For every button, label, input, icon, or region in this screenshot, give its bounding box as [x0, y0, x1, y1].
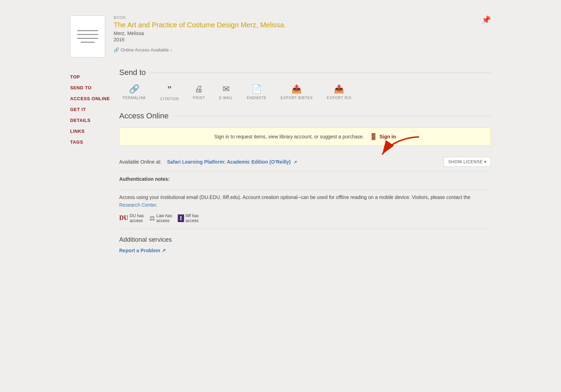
iliff-logo: I	[178, 214, 184, 222]
available-online-label: Available Online at:	[119, 159, 161, 165]
thumbnail-line	[77, 38, 98, 39]
link-icon: 🔗	[114, 47, 119, 53]
sidebar-item-send-to[interactable]: SEND TO	[70, 82, 119, 93]
pin-icon[interactable]: 📌	[481, 15, 491, 25]
book-meta: BOOK The Art and Practice of Costume Des…	[114, 15, 491, 53]
email-label: E-MAIL	[219, 96, 233, 100]
law-icon: ⚖	[149, 214, 155, 222]
main-content: Send to 🔗 PERMALINK " CITATION 🖨 PRINT	[119, 68, 491, 264]
du-access-text: DU hasaccess	[130, 213, 144, 223]
section-divider-2	[174, 116, 491, 116]
export-bibtex-label: EXPORT BIBTEX	[280, 96, 313, 100]
law-access-text: Law hasaccess	[156, 213, 172, 223]
show-license-label: SHOW LICENSE	[448, 159, 482, 164]
section-divider	[151, 73, 491, 73]
endnote-label: ENDNOTE	[247, 96, 266, 100]
book-title: The Art and Practice of Costume Design M…	[114, 21, 491, 29]
chevron-down-icon: ▾	[484, 159, 487, 164]
sidebar-nav-items: TOP SEND TO ACCESS ONLINE GET IT DETAILS…	[70, 71, 119, 147]
export-bibtex-icon: 📤	[291, 84, 302, 94]
signin-banner: Sign in to request items, view library a…	[119, 128, 491, 146]
export-ris-icon: 📤	[334, 84, 344, 94]
external-link-icon-report: ↗	[162, 248, 166, 253]
send-export-bibtex[interactable]: 📤 EXPORT BIBTEX	[280, 84, 313, 100]
badge-law: ⚖ Law hasaccess	[149, 213, 172, 223]
institution-badges: DU DU hasaccess ⚖ Law hasaccess I Iliff …	[119, 213, 491, 223]
export-ris-label: EXPORT RIS	[327, 96, 351, 100]
platform-link[interactable]: Safari Learning Platform: Academic Editi…	[167, 159, 297, 165]
online-access-link[interactable]: 🔗 Online Access Available ›	[114, 47, 172, 53]
book-type: BOOK	[114, 15, 491, 20]
permalink-icon: 🔗	[129, 84, 140, 94]
send-export-ris[interactable]: 📤 EXPORT RIS	[327, 84, 351, 100]
send-to-icons: 🔗 PERMALINK " CITATION 🖨 PRINT ✉ E-MAIL	[119, 84, 491, 101]
access-online-title: Access Online	[119, 111, 169, 121]
auth-notes-text-content: Access using your institutional email (D…	[119, 194, 471, 200]
send-citation[interactable]: " CITATION	[160, 84, 179, 101]
send-endnote[interactable]: 📄 ENDNOTE	[247, 84, 266, 100]
sidebar-item-get-it[interactable]: GET IT	[70, 104, 119, 115]
book-header: BOOK The Art and Practice of Costume Des…	[70, 7, 491, 64]
thumbnail-line	[77, 30, 98, 31]
online-left: Available Online at: Safari Learning Pla…	[119, 159, 297, 165]
print-label: PRINT	[193, 96, 205, 100]
sidebar-item-top[interactable]: TOP	[70, 71, 119, 82]
signin-icon: 🚪	[370, 133, 377, 140]
chevron-right-icon: ›	[170, 47, 172, 53]
platform-name: Safari Learning Platform: Academic Editi…	[167, 159, 291, 165]
auth-notes-label: Authentication notes:	[119, 176, 491, 182]
book-title-link[interactable]: The Art and Practice of Costume Design	[114, 21, 239, 29]
badge-du: DU DU hasaccess	[119, 213, 144, 223]
book-thumbnail	[70, 15, 105, 57]
send-to-header: Send to	[119, 68, 491, 77]
send-to-title: Send to	[119, 68, 146, 77]
access-online-section: Access Online Sign in to request items, …	[119, 111, 491, 253]
auth-notes-text: Access using your institutional email (D…	[119, 193, 491, 209]
iliff-access-text: Iliff hasaccess	[185, 213, 199, 223]
sidebar-item-links[interactable]: LINKS	[70, 126, 119, 137]
book-title-author-suffix: Merz, Melissa.	[239, 21, 286, 29]
send-email[interactable]: ✉ E-MAIL	[219, 84, 233, 100]
send-to-section: Send to 🔗 PERMALINK " CITATION 🖨 PRINT	[119, 68, 491, 101]
citation-label: CITATION	[160, 97, 179, 101]
arrow-annotation: Available Online at: Safari Learning Pla…	[119, 153, 491, 171]
additional-services-title: Additional services	[119, 236, 491, 243]
signin-button[interactable]: 🚪 Sign in	[370, 133, 396, 140]
permalink-label: PERMALINK	[123, 96, 146, 100]
send-print[interactable]: 🖨 PRINT	[193, 84, 205, 100]
report-problem-link[interactable]: Report a Problem ↗	[119, 248, 166, 253]
du-logo: DU	[119, 214, 128, 222]
auth-notes-content: Access using your institutional email (D…	[119, 190, 491, 229]
book-year: 2016	[114, 37, 491, 42]
auth-notes: Authentication notes:	[119, 171, 491, 190]
access-online-header: Access Online	[119, 111, 491, 121]
available-online-row: Available Online at: Safari Learning Pla…	[119, 153, 491, 171]
content-layout: TOP SEND TO ACCESS ONLINE GET IT DETAILS…	[70, 68, 491, 264]
thumbnail-line	[77, 34, 98, 35]
badge-iliff: I Iliff hasaccess	[178, 213, 199, 223]
show-license-button[interactable]: SHOW LICENSE ▾	[444, 157, 491, 167]
print-icon: 🖨	[195, 84, 203, 94]
signin-banner-text: Sign in to request items, view library a…	[214, 134, 364, 139]
additional-services: Additional services Report a Problem ↗	[119, 229, 491, 253]
sidebar-item-access-online[interactable]: ACCESS ONLINE	[70, 93, 119, 104]
endnote-icon: 📄	[251, 84, 262, 94]
email-icon: ✉	[223, 84, 230, 94]
book-author: Merz, Melissa	[114, 30, 491, 36]
online-access-label: Online Access Available	[121, 47, 169, 53]
report-problem-label: Report a Problem	[119, 248, 160, 253]
citation-icon: "	[167, 84, 171, 95]
sidebar-nav: TOP SEND TO ACCESS ONLINE GET IT DETAILS…	[70, 68, 119, 264]
external-link-icon: ↗	[293, 160, 297, 165]
thumbnail-line	[81, 42, 95, 43]
sidebar-item-details[interactable]: DETAILS	[70, 115, 119, 126]
sidebar-item-tags[interactable]: TAGS	[70, 137, 119, 147]
signin-label: Sign in	[379, 134, 396, 139]
research-center-link[interactable]: Research Center.	[119, 202, 157, 208]
send-permalink[interactable]: 🔗 PERMALINK	[123, 84, 146, 100]
